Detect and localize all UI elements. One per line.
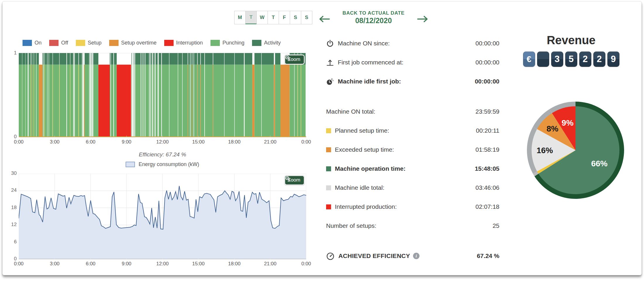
efficiency-caption: Efficiency: 67.24 % — [19, 151, 306, 158]
legend-item-punching: Punching — [210, 40, 244, 46]
stat-value: 00:00:00 — [475, 40, 499, 47]
day-tab-6[interactable]: S — [301, 11, 312, 24]
legend-label: Interruption — [176, 40, 203, 46]
timeline-x-tick: 3:00 — [50, 139, 59, 145]
energy-x-tick: 0:00 — [301, 261, 311, 267]
legend-label: Off — [61, 40, 68, 46]
day-tab-2[interactable]: W — [256, 11, 268, 24]
idle-clock-icon: zz — [326, 77, 334, 86]
day-tab-4[interactable]: F — [279, 11, 290, 24]
stat-value: 23:59:59 — [475, 108, 499, 115]
timeline-ytick-1: 1 — [5, 50, 17, 56]
energy-legend: Energy consumption (kW) — [19, 161, 306, 168]
stat-row-efficiency: ACHIEVED EFFICIENCYi67.24 % — [326, 252, 499, 260]
pie-slice-label-2: 16% — [537, 146, 553, 155]
legend-label: Setup overtime — [121, 40, 157, 46]
day-tab-5[interactable]: S — [290, 11, 301, 24]
stat-row-main-2: Exceeded setup time:01:58:19 — [326, 145, 499, 154]
stat-row-main-5: Interrupted production:02:07:18 — [326, 202, 499, 211]
energy-legend-label: Energy consumption (kW) — [138, 161, 199, 168]
back-to-actual-date-label: BACK TO ACTUAL DATE — [334, 10, 413, 16]
stat-row-main-4: Machine idle total:03:46:06 — [326, 183, 499, 192]
legend-swatch — [49, 40, 59, 46]
stat-label: Machine idle first job: — [338, 78, 401, 85]
energy-chart: Zoom — [19, 174, 306, 259]
energy-legend-swatch — [126, 162, 135, 167]
back-to-actual-date[interactable]: BACK TO ACTUAL DATE 08/12/2020 — [334, 10, 413, 25]
stat-row-main-6: Number of setups:25 — [326, 221, 499, 230]
energy-zoom-button[interactable]: Zoom — [285, 175, 304, 185]
stats-panel: Machine ON since:00:00:00First job comme… — [326, 39, 499, 262]
pie-slice-label-4: 9% — [562, 118, 574, 127]
euro-icon: € — [523, 52, 535, 67]
energy-x-tick: 9:00 — [122, 261, 131, 267]
stat-swatch — [326, 147, 331, 152]
legend-item-activity: Activity — [252, 40, 281, 46]
legend-label: On — [35, 40, 42, 46]
day-tab-3[interactable]: T — [268, 11, 279, 24]
energy-x-axis: 0:003:006:009:0012:0015:0018:0021:000:00 — [19, 261, 306, 267]
stat-label: Interrupted production: — [335, 203, 397, 210]
timeline-x-tick: 15:00 — [192, 139, 205, 145]
timeline-x-tick: 0:00 — [14, 139, 23, 145]
revenue-digit-5: 2 — [593, 52, 605, 67]
revenue-panel: Revenue €35229 — [510, 34, 633, 67]
revenue-counter: €35229 — [523, 52, 619, 67]
energy-x-tick: 0:00 — [14, 261, 23, 267]
energy-y-tick: 30 — [5, 170, 17, 176]
stat-value: 03:46:06 — [475, 184, 499, 191]
machine-timeline-chart: Zoom — [19, 53, 306, 137]
pie-slice-label-3: 8% — [547, 124, 559, 133]
energy-x-tick: 12:00 — [156, 261, 169, 267]
legend-item-off: Off — [49, 40, 68, 46]
stat-label: Number of setups: — [326, 222, 376, 229]
timeline-x-tick: 9:00 — [122, 139, 131, 145]
timeline-x-tick: 21:00 — [264, 139, 277, 145]
arrow-right-icon[interactable] — [417, 15, 428, 23]
day-tab-1[interactable]: T — [245, 11, 257, 24]
energy-x-tick: 15:00 — [192, 261, 205, 267]
stat-row-main-3: Machine operation time:15:48:05 — [326, 164, 499, 173]
current-date: 08/12/2020 — [334, 16, 413, 25]
timeline-x-tick: 0:00 — [301, 139, 311, 145]
stat-value: 67.24 % — [477, 252, 499, 259]
legend-item-setup: Setup — [76, 40, 102, 46]
stat-swatch — [326, 166, 331, 171]
arrow-left-icon[interactable] — [319, 15, 330, 23]
legend-swatch — [164, 40, 174, 46]
stat-label: Machine ON total: — [326, 108, 375, 115]
legend-item-on: On — [23, 40, 42, 46]
stat-row-top-1: First job commenced at:00:00:00 — [326, 58, 499, 67]
legend-item-setup-overtime: Setup overtime — [109, 40, 157, 46]
stat-value: 25 — [493, 222, 499, 229]
stat-value: 01:58:19 — [475, 146, 499, 153]
stat-swatch — [326, 128, 331, 133]
revenue-digit-2: 3 — [551, 52, 563, 67]
stat-value: 15:48:05 — [475, 165, 499, 172]
timeline-ytick-0: 0 — [5, 134, 17, 140]
stat-label: Machine idle total: — [335, 184, 384, 191]
magnifier-plus-icon — [285, 176, 290, 181]
stat-row-top-2: zzMachine idle first job:00:00:00 — [326, 77, 499, 86]
legend-swatch — [76, 40, 85, 46]
magnifier-plus-icon — [285, 55, 290, 61]
revenue-title: Revenue — [510, 34, 633, 47]
timeline-zoom-button[interactable]: Zoom — [285, 55, 304, 64]
legend-swatch — [23, 40, 32, 46]
legend-label: Setup — [88, 40, 102, 46]
first-job-icon — [326, 58, 334, 66]
revenue-digit-3: 5 — [565, 52, 577, 67]
timeline-x-tick: 18:00 — [228, 139, 241, 145]
legend-label: Activity — [264, 40, 281, 46]
stat-label: Machine ON since: — [338, 40, 390, 47]
energy-y-tick: 24 — [5, 187, 17, 193]
dashboard-window: MTWTFSS BACK TO ACTUAL DATE 08/12/2020 O… — [2, 1, 642, 275]
info-icon[interactable]: i — [413, 253, 419, 259]
stat-row-main-1: Planned setup time:00:20:11 — [326, 126, 499, 135]
stat-label: Planned setup time: — [335, 127, 389, 134]
energy-y-tick: 18 — [5, 205, 17, 211]
legend-swatch — [210, 40, 220, 46]
day-tab-0[interactable]: M — [234, 11, 246, 24]
stat-value: 00:00:00 — [475, 59, 499, 66]
stat-value: 00:20:11 — [476, 127, 499, 134]
